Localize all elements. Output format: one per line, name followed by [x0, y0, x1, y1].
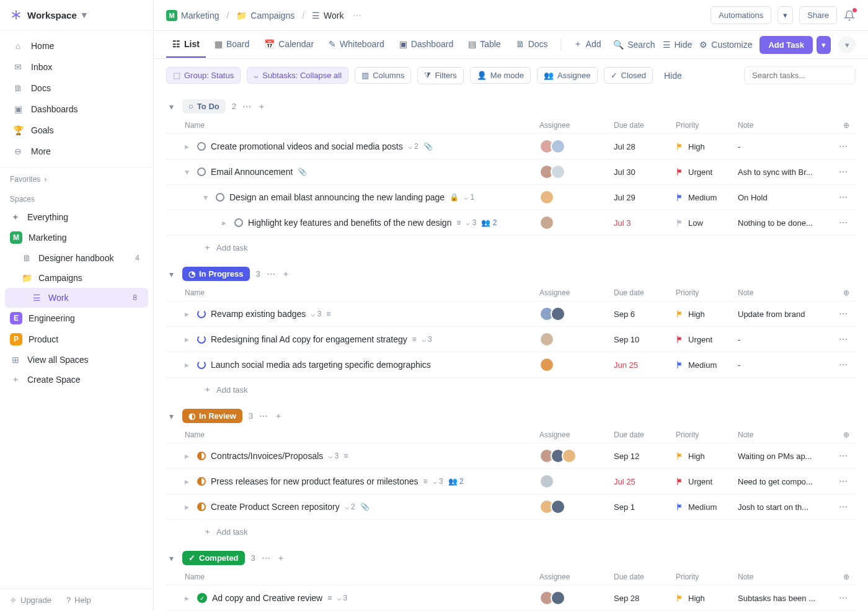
due-date[interactable]: Jul 29 — [614, 193, 676, 202]
priority-cell[interactable]: Medium — [676, 360, 738, 370]
add-column-icon[interactable]: ⊕ — [831, 573, 856, 581]
avatar[interactable] — [551, 139, 565, 154]
row-more-icon[interactable]: ⋯ — [831, 218, 856, 228]
add-column-icon[interactable]: ⊕ — [831, 121, 856, 130]
row-more-icon[interactable]: ⋯ — [831, 167, 856, 177]
col-priority[interactable]: Priority — [676, 121, 738, 130]
group-add-icon[interactable]: ＋ — [281, 269, 290, 280]
priority-cell[interactable]: High — [676, 452, 738, 461]
col-name[interactable]: Name — [185, 121, 539, 130]
add-column-icon[interactable]: ⊕ — [831, 288, 856, 297]
share-button[interactable]: Share — [799, 6, 837, 24]
customize-btn[interactable]: ⚙Customize — [699, 40, 752, 50]
expand-icon[interactable]: ▾ — [185, 167, 192, 177]
col-priority[interactable]: Priority — [676, 288, 738, 297]
task-title[interactable]: Design an email blast announcing the new… — [229, 192, 445, 202]
status-pill[interactable]: ○To Do — [182, 99, 226, 114]
avatar[interactable] — [551, 591, 565, 605]
expand-icon[interactable]: ▸ — [185, 451, 192, 461]
expand-icon[interactable]: ▸ — [185, 360, 192, 370]
more-icon[interactable]: ⋯ — [349, 11, 361, 20]
assignee-cell[interactable] — [539, 448, 614, 463]
sidebar-item-goals[interactable]: 🏆Goals — [0, 120, 153, 141]
more-menu[interactable]: ▾ — [838, 36, 856, 53]
group-chip[interactable]: ⬚Group: Status — [166, 67, 241, 84]
group-more-icon[interactable]: ⋯ — [259, 411, 268, 421]
task-title[interactable]: Ad copy and Creative review — [212, 593, 322, 603]
avatar[interactable] — [562, 448, 577, 463]
sidebar-item-dashboards[interactable]: ▣Dashboards — [0, 99, 153, 120]
add-task-button[interactable]: Add Task — [760, 36, 813, 54]
notifications-icon[interactable] — [843, 9, 856, 22]
create-space[interactable]: ＋ Create Space — [0, 370, 153, 390]
note-cell[interactable]: Nothing to be done... — [738, 218, 831, 228]
avatar[interactable] — [539, 357, 554, 372]
task-title[interactable]: Highlight key features and benefits of t… — [248, 218, 451, 228]
note-cell[interactable]: - — [738, 335, 831, 344]
automations-button[interactable]: Automations — [711, 6, 771, 24]
space-engineering[interactable]: E Engineering — [0, 308, 153, 329]
row-more-icon[interactable]: ⋯ — [831, 309, 856, 319]
crumb-folder[interactable]: 📁 Campaigns — [236, 11, 294, 20]
filters-chip[interactable]: ⧩Filters — [417, 67, 463, 84]
col-priority[interactable]: Priority — [676, 573, 738, 581]
assignee-cell[interactable] — [539, 139, 614, 154]
assignee-cell[interactable] — [539, 215, 614, 230]
work-list[interactable]: ☰ Work 8 — [5, 288, 148, 308]
assignee-cell[interactable] — [539, 190, 614, 205]
view-tab-list[interactable]: ☷List — [166, 32, 206, 58]
add-column-icon[interactable]: ⊕ — [831, 430, 856, 439]
task-row[interactable]: ▸ Highlight key features and benefits of… — [166, 210, 856, 236]
due-date[interactable]: Sep 1 — [614, 502, 676, 512]
col-assignee[interactable]: Assignee — [539, 430, 614, 439]
avatar[interactable] — [551, 306, 565, 321]
favorites-header[interactable]: Favorites › — [0, 167, 153, 187]
upgrade-link[interactable]: ✧Upgrade — [10, 595, 51, 605]
campaigns-folder[interactable]: 📁 Campaigns — [0, 268, 153, 288]
expand-icon[interactable]: ▸ — [222, 218, 229, 228]
status-pill[interactable]: ✓Competed — [182, 551, 245, 565]
assignee-chip[interactable]: 👥Assignee — [537, 67, 597, 84]
hide-filters[interactable]: Hide — [659, 71, 682, 81]
note-cell[interactable]: Ash to sync with Br... — [738, 167, 831, 177]
col-due[interactable]: Due date — [614, 573, 676, 581]
help-link[interactable]: ?Help — [66, 595, 91, 605]
assignee-cell[interactable] — [539, 357, 614, 372]
sidebar-item-more[interactable]: ⊖More — [0, 141, 153, 162]
col-note[interactable]: Note — [738, 288, 831, 297]
col-name[interactable]: Name — [185, 430, 539, 439]
expand-icon[interactable]: ▸ — [185, 334, 192, 344]
note-cell[interactable]: - — [738, 142, 831, 151]
col-assignee[interactable]: Assignee — [539, 573, 614, 581]
due-date[interactable]: Jul 30 — [614, 167, 676, 177]
task-title[interactable]: Launch social media ads targeting specif… — [211, 360, 431, 370]
group-add-icon[interactable]: ＋ — [257, 101, 266, 112]
assignee-cell[interactable] — [539, 332, 614, 347]
col-note[interactable]: Note — [738, 573, 831, 581]
row-more-icon[interactable]: ⋯ — [831, 451, 856, 461]
note-cell[interactable]: Need to get compo... — [738, 477, 831, 486]
task-row[interactable]: ▾ Email Announcement 📎 Jul 30 Urgent Ash… — [166, 159, 856, 185]
space-product[interactable]: P Product — [0, 329, 153, 350]
expand-icon[interactable]: ▸ — [185, 141, 192, 151]
group-add-icon[interactable]: ＋ — [274, 411, 283, 422]
sidebar-item-home[interactable]: ⌂Home — [0, 35, 153, 56]
avatar[interactable] — [539, 190, 554, 205]
subtasks-chip[interactable]: ⌵Subtasks: Collapse all — [247, 67, 348, 84]
avatar[interactable] — [539, 215, 554, 230]
add-task-inline[interactable]: ＋Add task — [166, 236, 856, 259]
view-tab-dashboard[interactable]: ▣Dashboard — [393, 32, 460, 58]
view-all-spaces[interactable]: ⊞ View all Spaces — [0, 350, 153, 370]
col-assignee[interactable]: Assignee — [539, 121, 614, 130]
avatar[interactable] — [539, 474, 554, 489]
sidebar-everything[interactable]: ✦ Everything — [0, 207, 153, 227]
collapse-icon[interactable]: ▾ — [166, 102, 176, 112]
group-more-icon[interactable]: ⋯ — [262, 553, 270, 563]
due-date[interactable]: Sep 10 — [614, 335, 676, 344]
col-due[interactable]: Due date — [614, 121, 676, 130]
row-more-icon[interactable]: ⋯ — [831, 476, 856, 486]
columns-chip[interactable]: ▥Columns — [355, 67, 411, 84]
col-name[interactable]: Name — [185, 573, 539, 581]
status-pill[interactable]: ◐In Review — [182, 409, 242, 423]
priority-cell[interactable]: Low — [676, 218, 738, 228]
